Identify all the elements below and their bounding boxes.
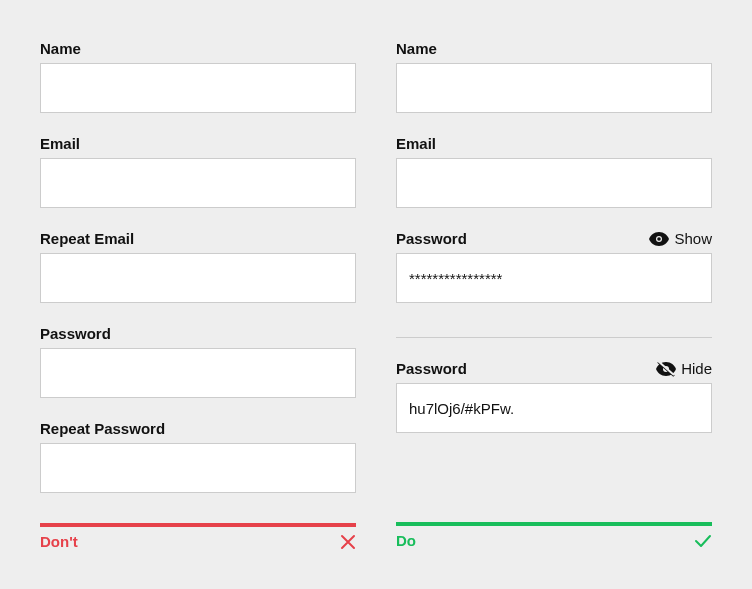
password-label: Password: [396, 360, 467, 377]
eye-icon: [649, 232, 669, 246]
password-plain-input[interactable]: [396, 383, 712, 433]
email-label: Email: [396, 135, 436, 152]
email-input[interactable]: [396, 158, 712, 208]
name-label: Name: [40, 40, 81, 57]
eye-off-icon: [656, 361, 676, 377]
field-password-masked: Password Show: [396, 230, 712, 303]
name-input[interactable]: [396, 63, 712, 113]
show-label: Show: [674, 230, 712, 247]
repeat-password-label: Repeat Password: [40, 420, 165, 437]
name-label: Name: [396, 40, 437, 57]
dont-bar: [40, 523, 356, 527]
name-input[interactable]: [40, 63, 356, 113]
email-label: Email: [40, 135, 80, 152]
field-email: Email: [396, 135, 712, 208]
field-name: Name: [396, 40, 712, 113]
do-label: Do: [396, 532, 416, 549]
field-repeat-password: Repeat Password: [40, 420, 356, 493]
repeat-email-input[interactable]: [40, 253, 356, 303]
field-repeat-email: Repeat Email: [40, 230, 356, 303]
hide-label: Hide: [681, 360, 712, 377]
show-password-toggle[interactable]: Show: [649, 230, 712, 247]
check-icon: [694, 534, 712, 548]
repeat-email-label: Repeat Email: [40, 230, 134, 247]
do-footer: Do: [396, 522, 712, 549]
repeat-password-input[interactable]: [40, 443, 356, 493]
dont-footer: Don't: [40, 523, 356, 550]
dont-column: Name Email Repeat Email Password Repeat …: [40, 40, 356, 549]
email-input[interactable]: [40, 158, 356, 208]
cross-icon: [340, 534, 356, 550]
section-divider: [396, 337, 712, 338]
hide-password-toggle[interactable]: Hide: [656, 360, 712, 377]
field-password-plain: Password Hide: [396, 360, 712, 433]
password-masked-input[interactable]: [396, 253, 712, 303]
do-column: Name Email Password Show Password: [396, 40, 712, 549]
password-input[interactable]: [40, 348, 356, 398]
field-email: Email: [40, 135, 356, 208]
field-password: Password: [40, 325, 356, 398]
svg-point-1: [658, 237, 662, 241]
password-label: Password: [40, 325, 111, 342]
do-bar: [396, 522, 712, 526]
field-name: Name: [40, 40, 356, 113]
dont-label: Don't: [40, 533, 78, 550]
password-label: Password: [396, 230, 467, 247]
